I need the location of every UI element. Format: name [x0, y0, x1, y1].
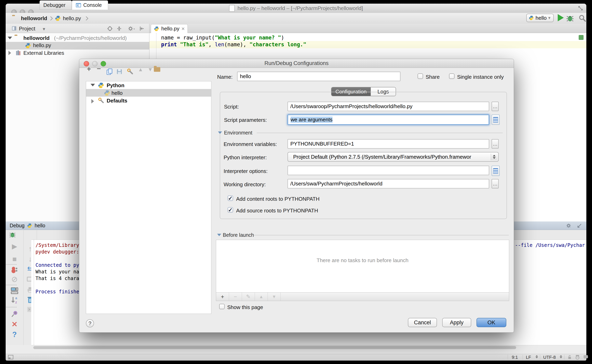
tab-debugger[interactable]: Debugger — [40, 0, 72, 10]
caret-down-icon[interactable]: ▾ — [43, 26, 45, 32]
script-browse-button[interactable]: … — [491, 102, 499, 111]
run-button[interactable] — [558, 14, 564, 21]
move-up-icon[interactable]: ▲ — [138, 66, 143, 73]
locate-file-icon[interactable] — [107, 26, 113, 32]
collapse-all-icon[interactable] — [116, 26, 122, 32]
ok-button[interactable]: OK — [477, 318, 506, 327]
edit-task-button[interactable]: ✎ — [242, 292, 255, 301]
script-input[interactable]: /Users/swaroop/PycharmProjects/helloworl… — [288, 102, 489, 111]
add-source-roots-checkbox[interactable]: ✓ — [228, 207, 233, 213]
environment-variables-input[interactable]: PYTHONUNBUFFERED=1 — [288, 139, 489, 149]
expand-parameters-button[interactable] — [491, 115, 500, 125]
environment-section-arrow-icon[interactable] — [218, 131, 222, 134]
python-interpreter-dropdown[interactable]: Project Default (Python 2.7.5 (/System/L… — [288, 152, 499, 162]
expand-arrow-icon[interactable] — [8, 37, 12, 39]
add-task-button[interactable]: + — [216, 292, 229, 301]
run-configuration-selector[interactable]: hello ▾ — [526, 14, 554, 22]
breadcrumb-file[interactable]: hello.py — [63, 15, 81, 21]
close-tab-icon[interactable]: × — [182, 26, 185, 32]
working-dir-browse-button[interactable]: … — [491, 179, 499, 188]
remove-configuration-icon[interactable]: − — [97, 65, 101, 73]
before-launch-label[interactable]: Before launch — [223, 232, 254, 238]
event-log-bubble-icon[interactable] — [583, 355, 588, 360]
tree-item-file[interactable]: hello.py — [33, 42, 51, 49]
line-separator-stepper-icon[interactable] — [536, 355, 538, 358]
single-instance-label: Single instance only — [457, 74, 504, 80]
scrollbar-thumb[interactable] — [33, 346, 516, 349]
create-folder-icon[interactable] — [154, 67, 160, 72]
resize-corner-icon[interactable] — [578, 5, 584, 11]
environment-variables-value: PYTHONUNBUFFERED=1 — [290, 141, 354, 147]
before-launch-task-list[interactable]: There are no tasks to run before launch — [216, 240, 509, 292]
move-task-down-button[interactable]: ▼ — [268, 292, 281, 301]
name-input[interactable]: hello — [237, 72, 400, 81]
inspection-status-marker[interactable] — [579, 35, 584, 40]
line-separator-indicator[interactable]: LF — [526, 355, 531, 360]
sort-alphabetically-icon[interactable]: az — [10, 296, 19, 304]
gear-settings-icon[interactable] — [128, 26, 135, 32]
rerun-debug-icon[interactable] — [9, 231, 16, 238]
lock-icon[interactable] — [567, 355, 572, 360]
help-button[interactable]: ? — [86, 319, 94, 327]
dialog-titlebar[interactable]: Run/Debug Configurations — [79, 59, 514, 68]
help-icon[interactable]: ? — [12, 331, 17, 338]
encoding-stepper-icon[interactable] — [560, 355, 562, 358]
expand-arrow-icon[interactable] — [8, 51, 11, 55]
tab-console[interactable]: Console — [72, 0, 108, 10]
zoom-dialog-button[interactable] — [101, 61, 106, 66]
apply-button[interactable]: Apply — [442, 318, 471, 327]
ellipsis-icon: … — [493, 181, 498, 187]
ellipsis-icon: … — [493, 104, 498, 109]
restore-layout-icon[interactable] — [10, 287, 19, 295]
hide-panel-icon[interactable] — [139, 26, 145, 32]
expand-arrow-icon[interactable] — [91, 84, 95, 86]
save-configuration-icon[interactable] — [116, 68, 123, 75]
python-icon — [104, 90, 110, 96]
share-checkbox[interactable] — [417, 73, 423, 79]
env-vars-browse-button[interactable]: … — [491, 139, 499, 149]
expand-arrow-icon[interactable] — [91, 99, 94, 104]
hector-inspector-icon[interactable] — [575, 355, 580, 360]
encoding-indicator[interactable]: UTF-8 — [543, 355, 556, 360]
single-instance-checkbox[interactable] — [449, 73, 454, 79]
search-everywhere-icon[interactable] — [578, 14, 586, 22]
before-launch-arrow-icon[interactable] — [217, 234, 221, 236]
environment-section-label[interactable]: Environment — [224, 130, 252, 136]
move-down-icon[interactable]: ▼ — [148, 66, 153, 73]
expand-options-button[interactable] — [491, 166, 500, 176]
copy-configuration-icon[interactable] — [106, 68, 113, 75]
breadcrumb-project[interactable]: helloworld — [21, 15, 47, 21]
move-task-up-button[interactable]: ▲ — [255, 292, 268, 301]
cancel-button[interactable]: Cancel — [408, 318, 437, 327]
tree-item-defaults[interactable]: Defaults — [107, 98, 128, 104]
project-panel-title[interactable]: Project — [19, 26, 35, 32]
editor-tab-hello[interactable]: hello.py × — [151, 24, 188, 33]
view-breakpoints-icon[interactable] — [10, 266, 19, 274]
run-config-name: hello — [536, 15, 547, 21]
resume-program-icon[interactable]: ▶ — [12, 243, 17, 250]
hide-toolwindow-icon[interactable] — [577, 223, 582, 228]
debug-button[interactable] — [566, 14, 574, 23]
add-configuration-icon[interactable]: + — [87, 65, 91, 73]
gear-settings-icon[interactable] — [566, 223, 572, 228]
toolwindow-toggle-icon[interactable] — [8, 355, 13, 359]
edit-defaults-wrench-icon[interactable] — [127, 68, 134, 75]
close-toolwindow-icon[interactable]: ✕ — [12, 321, 18, 328]
stop-icon[interactable]: ■ — [12, 255, 17, 263]
python-interpreter-value: Project Default (Python 2.7.5 (/System/L… — [293, 154, 471, 160]
tree-group-python[interactable]: Python — [107, 82, 124, 89]
add-content-roots-checkbox[interactable]: ✓ — [228, 195, 233, 201]
tree-item-external-libraries[interactable]: External Libraries — [23, 50, 64, 56]
caret-position[interactable]: 9:1 — [512, 355, 518, 360]
tree-item-root[interactable]: helloworld — [23, 35, 50, 41]
horizontal-scrollbar[interactable] — [31, 345, 586, 350]
remove-task-button[interactable]: − — [229, 292, 242, 301]
tree-item-hello[interactable]: hello — [112, 90, 123, 96]
script-parameters-input[interactable]: we are arguments — [288, 115, 489, 125]
interpreter-options-input[interactable] — [288, 166, 489, 175]
pin-tab-icon[interactable] — [11, 310, 19, 318]
mute-breakpoints-icon[interactable]: ⊘ — [11, 275, 18, 283]
python-file-icon — [25, 43, 31, 49]
working-directory-input[interactable]: /Users/swa/PycharmProjects/helloworld — [288, 179, 489, 188]
show-this-page-checkbox[interactable] — [219, 304, 225, 309]
